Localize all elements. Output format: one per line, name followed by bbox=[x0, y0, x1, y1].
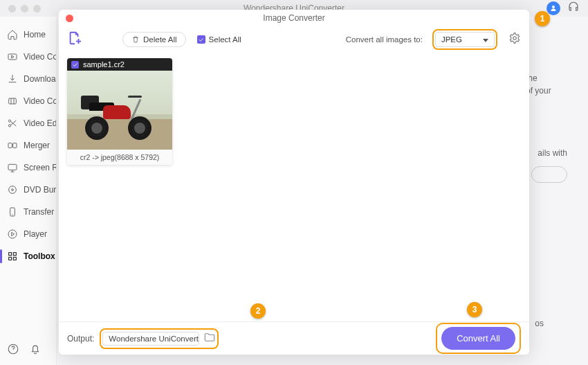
convert-to-label: Convert all images to: bbox=[346, 35, 423, 44]
svg-rect-12 bbox=[13, 253, 16, 256]
minimize-window-icon[interactable] bbox=[21, 5, 28, 12]
output-label: Output: bbox=[67, 334, 94, 344]
close-window-icon[interactable] bbox=[8, 5, 16, 12]
select-all-label: Select All bbox=[209, 35, 241, 44]
modal-body: sample1.cr2 cr2 -> jpeg(8688 x 5792) bbox=[59, 53, 529, 321]
convert-all-button[interactable]: Convert All bbox=[441, 327, 515, 350]
bg-pill-button[interactable] bbox=[531, 166, 567, 183]
sidebar-item-toolbox[interactable]: Toolbox bbox=[0, 245, 56, 267]
sidebar-item-label: Toolbox bbox=[24, 251, 55, 261]
step-badge-2: 2 bbox=[250, 303, 266, 319]
select-all-checkbox[interactable]: Select All bbox=[197, 35, 241, 44]
toolbox-icon bbox=[7, 251, 18, 262]
sidebar-item-video-editor[interactable]: Video Editor bbox=[0, 112, 56, 134]
add-file-icon[interactable] bbox=[67, 30, 82, 48]
support-icon[interactable] bbox=[567, 1, 580, 16]
transfer-icon bbox=[7, 206, 18, 217]
image-converter-modal: Image Converter Delete All Select All Co… bbox=[59, 10, 529, 355]
sidebar-item-label: Home bbox=[24, 30, 46, 39]
bg-text-3: os bbox=[535, 319, 544, 328]
svg-rect-13 bbox=[9, 257, 12, 260]
delete-all-label: Delete All bbox=[143, 35, 177, 44]
sidebar-item-label: DVD Burner bbox=[24, 185, 57, 195]
convert-all-label: Convert All bbox=[457, 333, 500, 344]
thumbnail-checkbox[interactable] bbox=[71, 61, 79, 69]
sidebar-item-label: Player bbox=[24, 229, 47, 239]
sidebar-item-dvd-burner[interactable]: DVD Burner bbox=[0, 179, 56, 201]
sidebar-item-video-compressor[interactable]: Video Compressor bbox=[0, 90, 56, 112]
thumbnail-caption: cr2 -> jpeg(8688 x 5792) bbox=[67, 150, 172, 165]
merger-icon bbox=[7, 140, 18, 151]
maximize-window-icon[interactable] bbox=[33, 5, 41, 12]
sidebar-item-label: Screen Recorder bbox=[24, 163, 57, 172]
help-icon[interactable] bbox=[7, 343, 19, 358]
thumbnail-filename: sample1.cr2 bbox=[83, 60, 125, 69]
image-thumbnail-card[interactable]: sample1.cr2 cr2 -> jpeg(8688 x 5792) bbox=[67, 58, 172, 165]
format-settings-icon[interactable] bbox=[508, 32, 521, 47]
output-path-value: Wondershare UniConverter13 bbox=[109, 335, 199, 343]
step-badge-3: 3 bbox=[467, 302, 482, 317]
output-format-select[interactable]: JPEG bbox=[435, 32, 495, 47]
notifications-icon[interactable] bbox=[29, 343, 42, 358]
svg-rect-6 bbox=[8, 164, 17, 170]
modal-close-icon[interactable] bbox=[66, 15, 73, 22]
sidebar-item-player[interactable]: Player bbox=[0, 223, 56, 245]
trash-icon bbox=[131, 35, 140, 44]
open-folder-icon[interactable] bbox=[203, 331, 216, 346]
scissors-icon bbox=[7, 118, 18, 129]
sidebar: Home Video Converter Downloader Video Co… bbox=[0, 17, 57, 365]
bg-text-1: the of your bbox=[526, 72, 567, 97]
sidebar-item-transfer[interactable]: Transfer bbox=[0, 201, 56, 223]
traffic-lights bbox=[0, 5, 41, 12]
user-avatar[interactable] bbox=[546, 1, 560, 15]
svg-rect-11 bbox=[9, 253, 12, 256]
svg-point-16 bbox=[513, 37, 517, 40]
sidebar-item-label: Video Compressor bbox=[24, 96, 57, 106]
delete-all-button[interactable]: Delete All bbox=[122, 32, 186, 47]
modal-title: Image Converter bbox=[263, 13, 324, 23]
sidebar-item-label: Video Converter bbox=[24, 52, 57, 62]
download-icon bbox=[7, 73, 18, 84]
checkbox-checked-icon bbox=[197, 35, 205, 44]
home-icon bbox=[7, 29, 18, 40]
svg-point-7 bbox=[9, 186, 17, 194]
modal-footer: Output: Wondershare UniConverter13 Conve… bbox=[59, 321, 529, 355]
svg-rect-5 bbox=[13, 143, 17, 148]
screen-recorder-icon bbox=[7, 162, 18, 173]
svg-rect-0 bbox=[8, 54, 17, 60]
video-converter-icon bbox=[7, 51, 18, 62]
svg-rect-4 bbox=[8, 143, 12, 148]
thumbnail-image bbox=[67, 71, 172, 150]
sidebar-item-video-converter[interactable]: Video Converter bbox=[0, 46, 56, 68]
output-path-select[interactable]: Wondershare UniConverter13 bbox=[102, 332, 199, 346]
disc-icon bbox=[7, 184, 18, 195]
play-icon bbox=[7, 229, 18, 240]
svg-point-10 bbox=[8, 230, 17, 238]
output-format-value: JPEG bbox=[441, 35, 462, 44]
svg-point-8 bbox=[12, 189, 14, 191]
compress-icon bbox=[7, 96, 18, 107]
modal-toolbar: Delete All Select All Convert all images… bbox=[59, 26, 529, 53]
sidebar-item-label: Merger bbox=[24, 141, 50, 150]
svg-rect-1 bbox=[9, 98, 17, 104]
sidebar-item-label: Downloader bbox=[24, 74, 57, 84]
bg-text-2: ails with bbox=[538, 148, 567, 158]
sidebar-item-home[interactable]: Home bbox=[0, 24, 56, 46]
svg-rect-14 bbox=[13, 257, 16, 260]
sidebar-item-screen-recorder[interactable]: Screen Recorder bbox=[0, 157, 56, 179]
step-badge-1: 1 bbox=[535, 11, 550, 26]
sidebar-item-label: Video Editor bbox=[24, 118, 57, 128]
thumbnail-header: sample1.cr2 bbox=[67, 58, 172, 71]
sidebar-item-merger[interactable]: Merger bbox=[0, 134, 56, 157]
modal-header: Image Converter bbox=[59, 10, 529, 26]
sidebar-item-downloader[interactable]: Downloader bbox=[0, 68, 56, 90]
sidebar-item-label: Transfer bbox=[24, 207, 54, 217]
